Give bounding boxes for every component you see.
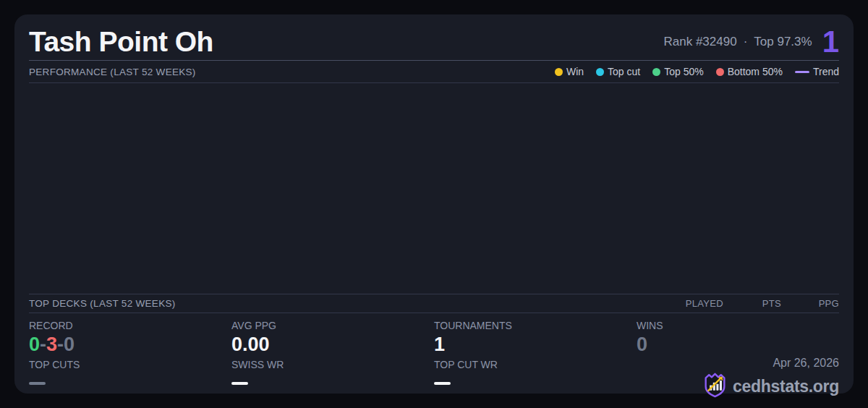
top-cut-dot-icon	[596, 68, 604, 76]
bottom-50-dot-icon	[716, 68, 724, 76]
record-wins: 0	[29, 333, 40, 355]
brand-row: cedhstats.org	[703, 372, 839, 401]
top-50-dot-icon	[652, 68, 660, 76]
stat-top-cuts: TOP CUTS	[29, 359, 231, 385]
player-stats-card: Tash Point Oh Rank #32490 · Top 97.3% 1 …	[14, 14, 854, 394]
top-percent-label: Top 97.3%	[754, 35, 812, 49]
top-decks-section-header: TOP DECKS (LAST 52 WEEKS) PLAYED PTS PPG	[29, 294, 839, 313]
record-value: 0-3-0	[29, 333, 231, 355]
top-cuts-empty-dash	[29, 382, 46, 385]
win-dot-icon	[555, 68, 563, 76]
legend-item-top-cut: Top cut	[596, 66, 640, 77]
performance-section-title: PERFORMANCE (LAST 52 WEEKS)	[29, 67, 196, 77]
stat-wins: WINS 0	[637, 320, 839, 357]
page-title: Tash Point Oh	[29, 26, 213, 58]
tournaments-value: 1	[434, 333, 637, 355]
rank-separator: ·	[744, 35, 748, 49]
column-header-ppg: PPG	[781, 298, 839, 309]
stat-avg-ppg: AVG PPG 0.00	[231, 320, 434, 357]
top-cut-wr-empty-dash	[434, 382, 451, 385]
trend-line-icon	[795, 71, 809, 73]
swiss-wr-empty-dash	[231, 382, 248, 385]
rank-text: Rank #32490 · Top 97.3%	[663, 35, 812, 49]
wins-value: 0	[637, 333, 839, 355]
stat-top-cut-wr: TOP CUT WR	[434, 359, 637, 385]
performance-chart	[29, 83, 839, 294]
column-header-pts: PTS	[723, 298, 781, 309]
footer-brand-block: Apr 26, 2026 cedhstats.org	[703, 357, 839, 401]
card-header: Tash Point Oh Rank #32490 · Top 97.3% 1	[29, 14, 839, 61]
cedhstats-shield-logo-icon	[703, 372, 727, 401]
legend-item-trend: Trend	[795, 66, 839, 77]
legend-item-win: Win	[555, 66, 584, 77]
avg-ppg-value: 0.00	[231, 333, 434, 355]
legend-item-bottom-50: Bottom 50%	[716, 66, 783, 77]
top-decks-section-title: TOP DECKS (LAST 52 WEEKS)	[29, 298, 176, 309]
stats-section: RECORD 0-3-0 AVG PPG 0.00 TOURNAMENTS 1 …	[29, 313, 839, 407]
stat-tournaments: TOURNAMENTS 1	[434, 320, 637, 357]
big-rank-number: 1	[822, 27, 839, 57]
legend-item-top-50: Top 50%	[652, 66, 703, 77]
date-label: Apr 26, 2026	[703, 357, 839, 370]
stat-record: RECORD 0-3-0	[29, 320, 231, 357]
rank-number-label: Rank #32490	[663, 35, 736, 49]
rank-block: Rank #32490 · Top 97.3% 1	[663, 27, 839, 57]
top-decks-column-headers: PLAYED PTS PPG	[665, 298, 839, 309]
stat-swiss-wr: SWISS WR	[231, 359, 434, 385]
record-losses: 3	[46, 333, 57, 355]
column-header-played: PLAYED	[665, 298, 723, 309]
brand-name: cedhstats.org	[733, 377, 839, 396]
record-draws: 0	[64, 333, 75, 355]
chart-legend: Win Top cut Top 50% Bottom 50% Trend	[555, 66, 839, 77]
performance-section-header: PERFORMANCE (LAST 52 WEEKS) Win Top cut …	[29, 61, 839, 83]
